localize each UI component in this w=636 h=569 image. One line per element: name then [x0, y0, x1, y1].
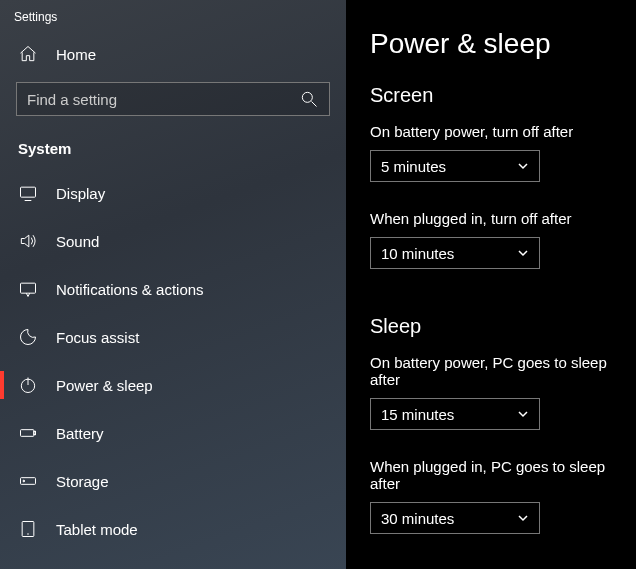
- nav-tablet[interactable]: Tablet mode: [0, 505, 346, 553]
- page-title: Power & sleep: [370, 28, 612, 60]
- screen-plugged-label: When plugged in, turn off after: [370, 210, 612, 227]
- search-icon: [299, 89, 319, 109]
- section-sleep-heading: Sleep: [370, 315, 612, 338]
- nav-battery-label: Battery: [56, 425, 104, 442]
- sleep-plugged-label: When plugged in, PC goes to sleep after: [370, 458, 612, 492]
- section-screen-heading: Screen: [370, 84, 612, 107]
- nav-display[interactable]: Display: [0, 169, 346, 217]
- chevron-down-icon: [517, 247, 529, 259]
- category-label: System: [0, 130, 346, 169]
- notifications-icon: [18, 279, 38, 299]
- svg-rect-7: [21, 430, 34, 437]
- svg-rect-2: [21, 187, 36, 197]
- svg-rect-4: [21, 283, 36, 293]
- content-pane: Power & sleep Screen On battery power, t…: [346, 0, 636, 569]
- sleep-battery-value: 15 minutes: [381, 406, 454, 423]
- nav-notifications-label: Notifications & actions: [56, 281, 204, 298]
- screen-plugged-dropdown[interactable]: 10 minutes: [370, 237, 540, 269]
- sleep-battery-label: On battery power, PC goes to sleep after: [370, 354, 612, 388]
- window-title: Settings: [0, 0, 346, 32]
- battery-icon: [18, 423, 38, 443]
- nav-notifications[interactable]: Notifications & actions: [0, 265, 346, 313]
- nav-battery[interactable]: Battery: [0, 409, 346, 457]
- nav-focus-label: Focus assist: [56, 329, 139, 346]
- nav-sound-label: Sound: [56, 233, 99, 250]
- svg-point-0: [302, 92, 312, 102]
- sleep-battery-dropdown[interactable]: 15 minutes: [370, 398, 540, 430]
- nav-sound[interactable]: Sound: [0, 217, 346, 265]
- nav-storage-label: Storage: [56, 473, 109, 490]
- nav-focus[interactable]: Focus assist: [0, 313, 346, 361]
- screen-battery-value: 5 minutes: [381, 158, 446, 175]
- nav-storage[interactable]: Storage: [0, 457, 346, 505]
- sleep-plugged-value: 30 minutes: [381, 510, 454, 527]
- svg-line-1: [312, 102, 317, 107]
- sleep-plugged-dropdown[interactable]: 30 minutes: [370, 502, 540, 534]
- svg-point-10: [23, 480, 25, 482]
- power-icon: [18, 375, 38, 395]
- storage-icon: [18, 471, 38, 491]
- search-input[interactable]: [27, 91, 299, 108]
- screen-plugged-value: 10 minutes: [381, 245, 454, 262]
- nav-tablet-label: Tablet mode: [56, 521, 138, 538]
- chevron-down-icon: [517, 160, 529, 172]
- focus-assist-icon: [18, 327, 38, 347]
- home-icon: [18, 44, 38, 64]
- sound-icon: [18, 231, 38, 251]
- screen-battery-label: On battery power, turn off after: [370, 123, 612, 140]
- svg-rect-8: [34, 431, 36, 434]
- nav-power-label: Power & sleep: [56, 377, 153, 394]
- chevron-down-icon: [517, 512, 529, 524]
- settings-sidebar: Settings Home System Display Sound Notif…: [0, 0, 346, 569]
- search-box[interactable]: [16, 82, 330, 116]
- nav-home-label: Home: [56, 46, 96, 63]
- nav-display-label: Display: [56, 185, 105, 202]
- tablet-icon: [18, 519, 38, 539]
- screen-battery-dropdown[interactable]: 5 minutes: [370, 150, 540, 182]
- chevron-down-icon: [517, 408, 529, 420]
- nav-home[interactable]: Home: [0, 32, 346, 76]
- nav-power-sleep[interactable]: Power & sleep: [0, 361, 346, 409]
- display-icon: [18, 183, 38, 203]
